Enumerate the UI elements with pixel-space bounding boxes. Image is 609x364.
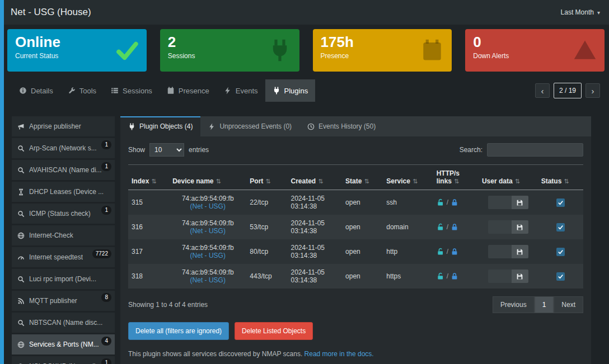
tab-events-history[interactable]: Events History (50) bbox=[299, 116, 383, 136]
period-selector[interactable]: Last Month ▾ bbox=[561, 8, 600, 16]
cell-index: 315 bbox=[128, 190, 169, 215]
tab-plugins[interactable]: Plugins bbox=[265, 79, 316, 102]
sidebar-item-apprise-publisher[interactable]: Apprise publisher bbox=[12, 116, 115, 136]
save-button[interactable] bbox=[512, 220, 528, 234]
tab-label: Unprocessed Events (0) bbox=[219, 122, 292, 130]
save-button[interactable] bbox=[512, 270, 528, 283]
plug-icon bbox=[128, 123, 135, 130]
plugin-tab-bar: Plugin Objects (4) Unprocessed Events (0… bbox=[120, 116, 591, 136]
col-header-user-data[interactable]: User data⇅ bbox=[479, 165, 538, 190]
pager-prev-button[interactable]: ‹ bbox=[535, 83, 550, 98]
status-checkbox[interactable] bbox=[556, 223, 565, 231]
check-icon bbox=[558, 225, 563, 230]
sidebar-item-label: Internet-Check bbox=[29, 231, 73, 239]
cell-user-data bbox=[479, 215, 538, 239]
sidebar-item-dhcp-leases[interactable]: DHCP Leases (Device ... bbox=[12, 182, 115, 202]
sidebar-item-label: AVAHISCAN (Name di... bbox=[29, 166, 102, 174]
user-data-input[interactable] bbox=[488, 245, 512, 258]
sidebar-item-label: ICMP (Status check) bbox=[29, 210, 91, 218]
table-footer: Showing 1 to 4 of 4 entries Previous 1 N… bbox=[128, 296, 583, 313]
check-icon bbox=[558, 200, 563, 205]
col-header-state[interactable]: State⇅ bbox=[342, 165, 383, 190]
lock-open-icon[interactable] bbox=[437, 248, 444, 256]
cell-service: domain bbox=[383, 215, 433, 239]
col-label: Index bbox=[132, 177, 149, 185]
badge: 4 bbox=[101, 337, 111, 346]
search-input[interactable] bbox=[487, 143, 583, 157]
wrench-icon bbox=[68, 87, 76, 94]
save-button[interactable] bbox=[512, 245, 528, 258]
cell-device-name: 74:ac:b9:54:09:fb(Net - USG) bbox=[169, 215, 246, 239]
status-checkbox[interactable] bbox=[556, 272, 565, 281]
delete-all-button[interactable]: Delete all (filters are ignored) bbox=[128, 322, 229, 340]
cell-state: open bbox=[342, 190, 383, 215]
docs-link[interactable]: Read more in the docs. bbox=[304, 350, 374, 358]
sort-icon: ⇅ bbox=[318, 178, 323, 185]
col-header-index[interactable]: Index⇅ bbox=[128, 165, 169, 190]
save-button[interactable] bbox=[512, 196, 528, 209]
sidebar-item-nslookup[interactable]: NSLOOKUP (Name di...1 bbox=[12, 356, 115, 364]
status-checkbox[interactable] bbox=[556, 198, 565, 207]
tab-presence[interactable]: Presence bbox=[160, 79, 217, 102]
lock-open-icon[interactable] bbox=[437, 198, 444, 206]
sidebar-item-label: Arp-Scan (Network s... bbox=[29, 144, 97, 152]
lock-closed-icon[interactable] bbox=[451, 248, 458, 256]
device-link[interactable]: (Net - USG) bbox=[172, 202, 243, 210]
tab-unprocessed-events[interactable]: Unprocessed Events (0) bbox=[200, 116, 299, 136]
lock-closed-icon[interactable] bbox=[451, 198, 458, 206]
check-icon bbox=[558, 274, 563, 279]
content-area: Apprise publisher Arp-Scan (Network s...… bbox=[4, 102, 609, 364]
search-icon bbox=[17, 145, 25, 152]
sidebar-item-services-ports[interactable]: Services & Ports (NM...4 bbox=[12, 334, 115, 354]
sidebar-item-icmp[interactable]: ICMP (Status check)1 bbox=[12, 204, 115, 224]
sort-icon: ⇅ bbox=[364, 178, 369, 185]
cell-user-data bbox=[479, 264, 538, 289]
col-header-https-links[interactable]: HTTP/s links⇅ bbox=[433, 165, 479, 190]
lock-closed-icon[interactable] bbox=[451, 272, 458, 280]
sidebar-item-mqtt-publisher[interactable]: MQTT publisher8 bbox=[12, 291, 115, 311]
device-link[interactable]: (Net - USG) bbox=[172, 252, 243, 259]
user-data-input[interactable] bbox=[488, 270, 512, 283]
plug-icon bbox=[268, 39, 292, 62]
links-separator: / bbox=[447, 198, 448, 206]
tab-details[interactable]: Details bbox=[12, 79, 60, 102]
col-header-service[interactable]: Service⇅ bbox=[383, 165, 433, 190]
cell-status bbox=[538, 190, 583, 215]
sidebar-item-arp-scan[interactable]: Arp-Scan (Network s...1 bbox=[12, 138, 115, 158]
device-link[interactable]: (Net - USG) bbox=[172, 276, 243, 284]
col-header-port[interactable]: Port⇅ bbox=[246, 165, 287, 190]
sidebar-item-avahiscan[interactable]: AVAHISCAN (Name di...1 bbox=[12, 160, 115, 180]
cell-device-name: 74:ac:b9:54:09:fb(Net - USG) bbox=[169, 190, 246, 215]
page-number-button[interactable]: 1 bbox=[535, 296, 554, 313]
sidebar-item-internet-check[interactable]: Internet-Check bbox=[12, 225, 115, 245]
tab-events[interactable]: Events bbox=[217, 79, 265, 102]
cell-port: 22/tcp bbox=[246, 190, 287, 215]
col-header-device-name[interactable]: Device name⇅ bbox=[169, 165, 246, 190]
lock-open-icon[interactable] bbox=[437, 272, 444, 280]
pager-next-button[interactable]: › bbox=[585, 83, 600, 98]
page-size-select[interactable]: 10 bbox=[149, 143, 184, 157]
delete-listed-button[interactable]: Delete Listed Objects bbox=[235, 322, 313, 340]
device-mac: 74:ac:b9:54:09:fb bbox=[172, 219, 243, 227]
device-link[interactable]: (Net - USG) bbox=[172, 227, 243, 235]
card-current-status: Online Current Status bbox=[7, 29, 147, 72]
col-header-created[interactable]: Created⇅ bbox=[288, 165, 343, 190]
status-checkbox[interactable] bbox=[556, 248, 565, 256]
tab-plugin-objects[interactable]: Plugin Objects (4) bbox=[120, 116, 200, 136]
user-data-input[interactable] bbox=[488, 196, 512, 209]
col-header-status[interactable]: Status⇅ bbox=[538, 165, 583, 190]
badge: 7722 bbox=[92, 249, 111, 258]
sidebar-item-internet-speedtest[interactable]: Internet speedtest7722 bbox=[12, 247, 115, 267]
user-data-input[interactable] bbox=[488, 220, 512, 234]
sidebar-item-luci-rpc-import[interactable]: Luci rpc import (Devi... bbox=[12, 269, 115, 289]
search-icon bbox=[17, 319, 25, 327]
previous-page-button[interactable]: Previous bbox=[493, 296, 535, 313]
cell-device-name: 74:ac:b9:54:09:fb(Net - USG) bbox=[169, 239, 246, 264]
lock-open-icon[interactable] bbox=[437, 223, 444, 231]
next-page-button[interactable]: Next bbox=[554, 296, 583, 313]
tab-sessions[interactable]: Sessions bbox=[104, 79, 160, 102]
tab-tools[interactable]: Tools bbox=[60, 79, 104, 102]
sidebar-item-nbtscan[interactable]: NBTSCAN (Name disc... bbox=[12, 313, 115, 333]
show-label: Show bbox=[128, 146, 145, 154]
lock-closed-icon[interactable] bbox=[451, 223, 458, 231]
